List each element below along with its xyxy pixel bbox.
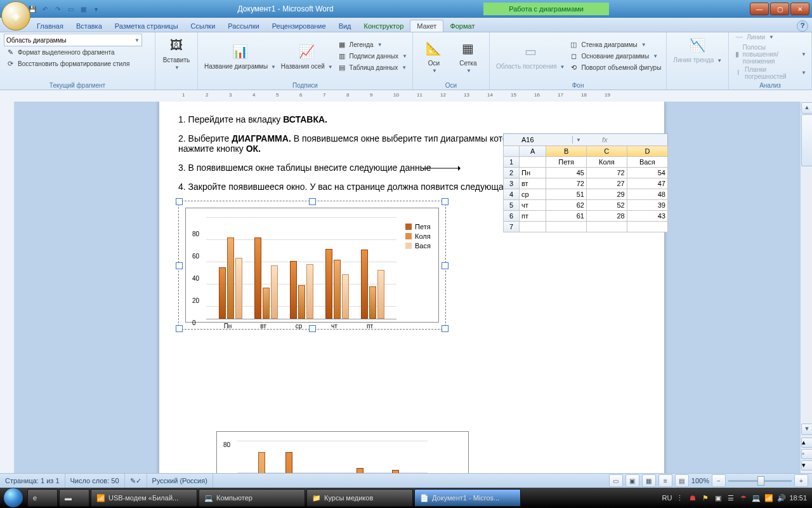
ie-button[interactable]: e [27,489,58,507]
tab-insert[interactable]: Вставка [70,20,108,32]
tray-icon[interactable]: ⚑ [700,493,710,503]
axis-title-icon: 📈 [297,41,317,62]
office-button[interactable]: ◈ [1,1,30,30]
help-button[interactable]: ? [797,20,808,32]
lines-button[interactable]: 〰Линии▼ [733,32,808,43]
chart-plot-area: 020406080Пнвтсрчтпт [237,441,428,474]
next-page-button[interactable]: ▾ [801,460,812,471]
tray-icon[interactable]: 💻 [751,493,761,503]
tab-page-layout[interactable]: Разметка страницы [108,20,185,32]
format-selection-button[interactable]: ✎Формат выделенного фрагмента [4,46,151,58]
axis-title-button[interactable]: 📈Названия осей ▼ [278,34,336,78]
chart-title-button[interactable]: 📊Название диаграммы ▼ [202,34,278,78]
word-count[interactable]: Число слов: 50 [65,474,125,488]
chart-floor-button[interactable]: ◻Основание диаграммы▼ [567,50,662,62]
full-screen-view-button[interactable]: ▣ [625,474,639,487]
print-layout-view-button[interactable]: ▭ [609,474,623,487]
qat-more-icon[interactable]: ▾ [91,4,100,13]
trendline-icon: 📉 [688,35,708,55]
tab-references[interactable]: Ссылки [185,20,222,32]
prev-page-button[interactable]: ▴ [801,438,812,448]
grid-icon: ▦ [458,38,478,58]
floor-icon: ◻ [568,51,579,61]
tab-home[interactable]: Главная [30,20,70,32]
scroll-thumb[interactable] [801,114,812,166]
start-button[interactable] [0,488,27,508]
explorer-button[interactable]: ▬ [59,489,89,507]
scroll-down-button[interactable]: ▼ [801,424,812,435]
insert-button[interactable]: 🖼Вставить▼ [159,34,193,72]
tab-format[interactable]: Формат [443,20,481,32]
taskbar-item[interactable]: 📄Документ1 - Micros... [414,489,521,507]
taskbar-item[interactable]: 💻Компьютер [199,489,305,507]
taskbar-item[interactable]: 📁Курсы медиков [306,489,413,507]
tray-icon[interactable]: 📶 [764,493,773,503]
redo-icon[interactable]: ↷ [53,4,62,13]
group-label: Подписи [198,82,412,89]
tray-icon[interactable]: ☗ [688,493,697,503]
zoom-level[interactable]: 100% [691,477,709,485]
trendline-button[interactable]: 📉Линия тренда ▼ [671,34,724,65]
picture-icon: 🖼 [166,35,187,55]
taskbar-item[interactable]: 📶USB-модем «Билай... [91,489,197,507]
data-labels-button[interactable]: ▥Подписи данных▼ [336,50,409,62]
qat-tool-icon[interactable]: ▭ [66,4,75,13]
chart-element-combo[interactable]: Область диаграммы▼ [4,34,142,46]
vertical-ruler[interactable] [0,102,15,474]
group-label: Анализ [729,82,811,89]
rotation-button[interactable]: ⟲Поворот объемной фигуры [567,62,662,73]
axes-button[interactable]: 📐Оси▼ [417,34,451,78]
tab-review[interactable]: Рецензирование [266,20,332,32]
zoom-slider[interactable] [728,480,792,482]
close-button[interactable]: ✕ [790,3,809,15]
browse-object-button[interactable]: ◦ [801,449,812,459]
data-table-icon: ▤ [337,62,347,72]
tray-icon[interactable]: ☂ [738,493,748,503]
spell-check-icon[interactable]: ✎✓ [125,474,147,488]
tray-clock[interactable]: 18:51 [789,494,807,502]
minimize-button[interactable]: — [750,3,769,15]
embedded-spreadsheet[interactable]: A16 ▼ fx ABCD1ПетяКоляВася2Пн4572543вт72… [503,133,668,232]
chart-object[interactable]: 020406080Пнвтсрчтпт [216,431,469,474]
error-bars-button[interactable]: ⅠПланки погрешностей▼ [733,65,808,81]
plot-area-button[interactable]: ▭Область построения ▼ [494,34,568,78]
tab-design[interactable]: Конструктор [358,20,410,32]
web-layout-view-button[interactable]: ▦ [642,474,656,487]
vertical-scrollbar[interactable]: ▲ ▼ ▴ ◦ ▾ [801,102,812,474]
qat-tool2-icon[interactable]: ▦ [79,4,88,13]
legend-button[interactable]: ▦Легенда▼ [336,39,409,50]
tab-mailings[interactable]: Рассылки [221,20,265,32]
tray-icon[interactable]: ⋮ [675,493,684,503]
gridlines-button[interactable]: ▦Сетка▼ [451,34,485,78]
tray-icon[interactable]: ▣ [713,493,723,503]
page-indicator[interactable]: Страница: 1 из 1 [0,474,65,488]
updown-bars-button[interactable]: ▮Полосы повышения/понижения▼ [733,43,808,65]
name-box[interactable]: A16 [504,136,573,144]
tab-view[interactable]: Вид [332,20,358,32]
volume-icon[interactable]: 🔊 [776,493,786,503]
undo-icon[interactable]: ↶ [41,4,49,13]
tab-layout[interactable]: Макет [410,20,443,32]
draft-view-button[interactable]: ▤ [675,474,689,487]
tray-icon[interactable]: ☰ [726,493,735,503]
svg-marker-1 [458,166,461,171]
language-indicator[interactable]: Русский (Россия) [147,474,213,488]
outline-view-button[interactable]: ≡ [658,474,672,487]
page-scroll[interactable]: 1. Перейдите на вкладку ВСТАВКА. 2. Выбе… [15,102,812,474]
scroll-up-button[interactable]: ▲ [801,102,812,114]
zoom-out-button[interactable]: − [712,474,726,487]
formula-bar[interactable]: fx [583,136,667,144]
reset-style-button[interactable]: ⟳Восстановить форматирование стиля [4,58,151,69]
chart-wall-button[interactable]: ◫Стенка диаграммы▼ [567,39,662,50]
document-page: 1. Перейдите на вкладку ВСТАВКА. 2. Выбе… [159,102,664,474]
tray-lang[interactable]: RU [662,494,672,502]
chart-object[interactable]: 020406080Пнвтсрчтпт ПетяКоляВася [178,201,446,330]
maximize-button[interactable]: ▢ [770,3,789,15]
group-label: Оси [413,82,489,89]
system-tray[interactable]: RU ⋮ ☗ ⚑ ▣ ☰ ☂ 💻 📶 🔊 18:51 [662,493,812,503]
zoom-in-button[interactable]: + [794,474,808,487]
fx-icon: fx [602,136,608,144]
contextual-tools-title: Работа с диаграммами [483,3,609,15]
horizontal-ruler[interactable]: 12345678910111213141516171819 [0,90,812,102]
data-table-button[interactable]: ▤Таблица данных▼ [336,62,409,73]
